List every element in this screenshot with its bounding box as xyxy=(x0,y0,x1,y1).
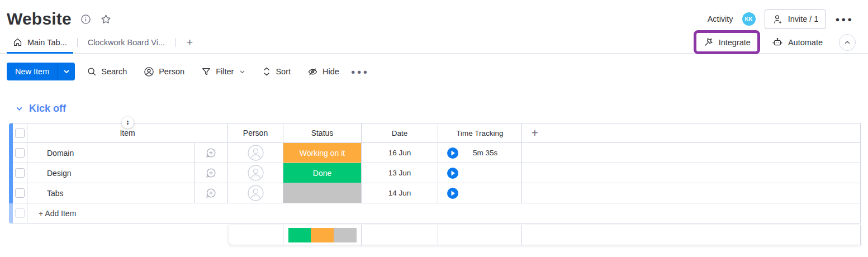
battery-segment xyxy=(288,228,311,242)
avatar[interactable]: KK xyxy=(742,12,756,26)
person-label: Person xyxy=(159,67,184,76)
summary-person-cell xyxy=(228,225,283,245)
column-header-status[interactable]: Status xyxy=(283,123,362,143)
board-title-group: Website xyxy=(7,9,112,28)
favorite-star-icon[interactable] xyxy=(100,13,112,25)
board-power-actions: Integrate Automate xyxy=(694,30,856,54)
activity-link[interactable]: Activity xyxy=(708,15,733,23)
column-header-person[interactable]: Person xyxy=(228,123,283,143)
person-filter-button[interactable]: Person xyxy=(139,63,189,80)
summary-status-cell xyxy=(283,225,362,245)
search-label: Search xyxy=(101,67,127,76)
column-header-date[interactable]: Date xyxy=(362,123,438,143)
tab-label: Main Tab... xyxy=(27,38,67,47)
summary-empty-cell xyxy=(522,225,861,245)
filter-caret-icon[interactable] xyxy=(239,69,245,75)
sort-label: Sort xyxy=(276,67,291,76)
automate-button[interactable]: Automate xyxy=(768,34,827,51)
add-conversation-icon[interactable] xyxy=(195,143,228,163)
person-cell[interactable] xyxy=(228,183,283,203)
add-column-button[interactable]: + xyxy=(522,123,861,143)
invite-person-icon xyxy=(772,14,783,25)
board-menu-icon[interactable]: ●●● xyxy=(835,15,853,23)
select-all-checkbox[interactable] xyxy=(15,128,25,138)
battery-segment xyxy=(334,228,357,242)
new-item-split-button: New Item xyxy=(7,63,75,80)
table-row: Domain Working on it 16 Jun 5m 35s xyxy=(9,143,861,163)
add-row-checkbox xyxy=(15,208,25,218)
battery-segment xyxy=(311,228,334,242)
automate-label: Automate xyxy=(788,38,823,47)
status-cell[interactable]: Working on it xyxy=(283,143,361,163)
info-icon[interactable] xyxy=(80,14,91,25)
add-item-row: + Add Item xyxy=(9,203,861,223)
integrate-button[interactable]: Integrate xyxy=(699,34,755,50)
person-cell[interactable] xyxy=(228,163,283,183)
search-button[interactable]: Search xyxy=(82,63,132,80)
filter-icon xyxy=(201,66,211,77)
add-conversation-icon[interactable] xyxy=(195,163,228,183)
view-tabs: Main Tab... Clockwork Board Vi... + xyxy=(7,31,200,53)
status-battery[interactable] xyxy=(288,228,357,242)
add-view-button[interactable]: + xyxy=(179,36,200,49)
header-actions: Activity KK Invite / 1 ●●● xyxy=(708,9,853,29)
row-checkbox[interactable] xyxy=(15,168,25,178)
item-name[interactable]: Design xyxy=(27,163,195,183)
board-header: Website Activity KK Invite / 1 ●●● xyxy=(0,0,868,31)
tab-label: Clockwork Board Vi... xyxy=(88,38,165,47)
status-cell[interactable] xyxy=(283,183,361,203)
new-item-button[interactable]: New Item xyxy=(7,63,58,80)
status-cell[interactable]: Done xyxy=(283,163,361,183)
sort-button[interactable]: Sort xyxy=(257,63,296,80)
table-row: Design Done 13 Jun xyxy=(9,163,861,183)
integrate-highlight-box: Integrate xyxy=(694,30,760,54)
group-color-strip xyxy=(9,123,13,143)
tab-clockwork-board-view[interactable]: Clockwork Board Vi... xyxy=(82,31,171,53)
item-sort-handle[interactable]: ▲▼ xyxy=(122,117,134,128)
person-cell[interactable] xyxy=(228,143,283,163)
home-icon xyxy=(13,37,22,47)
tab-divider xyxy=(77,38,78,47)
date-cell[interactable]: 16 Jun xyxy=(362,143,438,163)
page-title[interactable]: Website xyxy=(7,9,72,28)
time-value: 5m 35s xyxy=(473,149,497,157)
play-timer-button[interactable] xyxy=(447,188,458,199)
toolbar-more-icon[interactable]: ●●● xyxy=(351,68,369,76)
board-toolbar: New Item Search Person Filter Sort xyxy=(0,54,868,80)
time-tracking-cell xyxy=(438,163,522,183)
invite-label: Invite / 1 xyxy=(788,15,819,23)
item-name[interactable]: Tabs xyxy=(27,183,195,203)
group-title-row[interactable]: Kick off xyxy=(9,103,861,115)
tab-divider xyxy=(175,38,176,47)
table-header-row: Item Person Status Date Time Tracking + xyxy=(9,123,861,143)
group-name[interactable]: Kick off xyxy=(29,103,66,115)
filter-label: Filter xyxy=(216,67,234,76)
row-checkbox[interactable] xyxy=(15,188,25,198)
group-table: ▲▼ Item Person Status Date Time Tracking… xyxy=(9,123,861,223)
eye-off-icon xyxy=(307,66,318,77)
group-summary-row xyxy=(228,225,861,245)
group-collapse-icon[interactable] xyxy=(16,105,23,112)
play-timer-button[interactable] xyxy=(447,168,458,179)
filter-button[interactable]: Filter xyxy=(196,63,250,80)
date-cell[interactable]: 13 Jun xyxy=(362,163,438,183)
invite-button[interactable]: Invite / 1 xyxy=(765,9,827,29)
summary-time-cell xyxy=(438,225,522,245)
item-name[interactable]: Domain xyxy=(27,143,195,163)
column-header-time-tracking[interactable]: Time Tracking xyxy=(438,123,522,143)
date-cell[interactable]: 14 Jun xyxy=(362,183,438,203)
integrate-icon xyxy=(703,37,714,47)
add-conversation-icon[interactable] xyxy=(195,183,228,203)
tab-main-table[interactable]: Main Tab... xyxy=(7,31,73,53)
new-item-dropdown-button[interactable] xyxy=(58,63,75,80)
summary-date-cell xyxy=(362,225,438,245)
empty-cell xyxy=(522,183,861,203)
search-icon xyxy=(87,66,97,77)
time-tracking-cell xyxy=(438,183,522,203)
hide-button[interactable]: Hide xyxy=(302,63,344,80)
add-item-button[interactable]: + Add Item xyxy=(27,203,861,223)
play-timer-button[interactable] xyxy=(447,147,458,159)
group-kick-off: Kick off ▲▼ Item Person Status Date Time… xyxy=(9,103,861,245)
collapse-header-button[interactable] xyxy=(839,34,856,51)
row-checkbox[interactable] xyxy=(15,148,25,158)
